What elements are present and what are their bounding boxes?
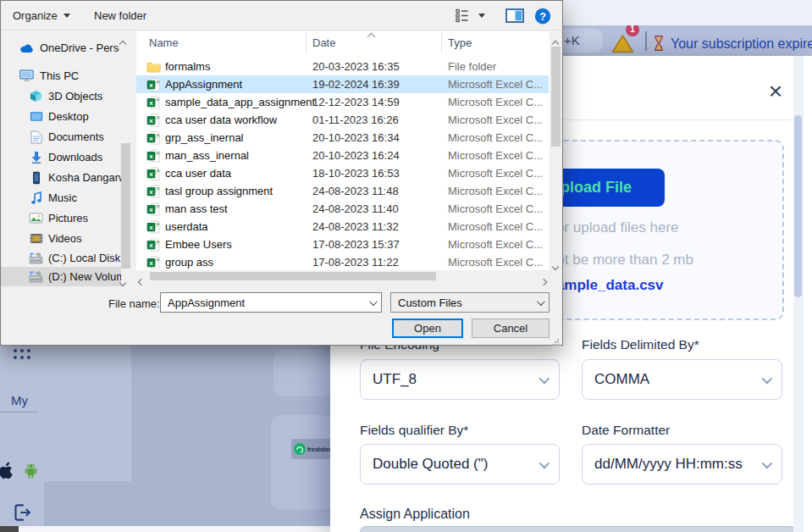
header-divider [645,31,647,51]
column-type[interactable]: Type [448,36,472,49]
file-row[interactable]: ax cca user data workflow 01-11-2023 16:… [136,111,549,129]
nav-item[interactable]: (D:) New Volume [1,267,121,286]
excel-icon: ax [146,219,161,234]
column-separator [306,31,307,53]
nav-item[interactable]: Documents [1,127,121,147]
svg-text:x: x [149,135,153,142]
android-icon[interactable] [22,462,40,485]
apple-icon[interactable] [0,462,14,483]
file-row[interactable]: ax group ass 17-08-2023 11:22 Microsoft … [136,253,549,271]
file-row[interactable]: ax sample_data_app_assignment 12-12-2023… [136,93,549,111]
cancel-button[interactable]: Cancel [472,319,550,338]
file-type-dropdown[interactable] [530,293,549,312]
excel-icon: ax [146,237,161,252]
pictures-icon [29,211,43,225]
file-name-value: AppAssignment [161,296,362,309]
column-name[interactable]: Name [149,36,179,49]
nav-item[interactable]: Videos [1,229,121,248]
dialog-nav-pane: OneDrive - Personal This PC 3D Objects D… [1,31,136,288]
delimiter-select[interactable]: COMMA [582,359,782,400]
organize-button[interactable]: Organize [13,9,70,22]
rail-divider [0,412,37,413]
scroll-left-icon[interactable] [139,273,144,288]
file-row[interactable]: ax cca user data 18-10-2023 16:53 Micros… [136,164,549,182]
nav-scrollbar-thumb[interactable] [121,143,130,269]
new-folder-button[interactable]: New folder [94,9,146,22]
subscription-notice[interactable]: Your subscription expires [671,36,812,52]
view-mode-dropdown-icon[interactable] [478,14,485,18]
help-icon[interactable]: ? [534,8,551,28]
file-row[interactable]: ax userdata 24-08-2023 11:32 Microsoft E… [136,218,549,236]
nav-item[interactable]: OneDrive - Personal [1,38,121,58]
warning-triangle-icon[interactable] [611,34,634,57]
close-icon[interactable]: × [765,81,787,103]
resize-grip[interactable] [551,335,560,350]
scroll-right-icon[interactable] [541,273,546,288]
file-row[interactable]: ax tasl group assignment 24-08-2023 11:4… [136,182,549,200]
file-name-dropdown[interactable] [362,293,381,312]
modal-scrollbar-thumb[interactable] [794,115,802,297]
preview-pane-icon[interactable] [505,8,524,26]
qualifier-label: Fields qualifier By* [360,423,468,438]
folder-icon [146,59,161,74]
view-mode-icon[interactable] [456,8,473,26]
download-icon [29,150,43,164]
nav-item[interactable]: Downloads [1,147,121,167]
assign-application-select[interactable] [360,526,797,532]
file-row[interactable]: formalms 20-03-2023 16:35 File folder [136,58,549,75]
encoding-select[interactable]: UTF_8 [360,359,560,400]
dateformat-value: dd/MM/yyyy HH:mm:ss [594,456,743,473]
nav-scroll-down-icon[interactable] [120,274,125,289]
nav-item[interactable]: Desktop [1,107,121,126]
dateformat-select[interactable]: dd/MM/yyyy HH:mm:ss [582,444,782,485]
disk-icon [29,251,43,265]
excel-icon: ax [146,113,161,127]
nav-item[interactable]: Kosha Dangarwa [1,168,121,187]
rail-my-label[interactable]: My [11,393,28,407]
freshdesk-icon [294,443,306,455]
delimiter-value: COMMA [594,371,649,388]
nav-item[interactable]: 3D Objects [1,86,121,106]
nav-scroll-up-icon[interactable] [120,35,125,50]
file-open-dialog: Organize New folder ? OneDrive - Persona… [0,0,563,346]
file-row[interactable]: ax man ass test 24-08-2023 11:40 Microso… [136,200,549,218]
svg-text:x: x [149,81,153,89]
chevron-down-icon [539,373,550,384]
file-list-header: Name Date Type [136,31,550,53]
excel-icon: ax [146,255,161,269]
svg-text:x: x [149,206,153,213]
logout-icon[interactable] [10,502,32,527]
file-row[interactable]: ax AppAssignment 19-02-2024 16:39 Micros… [136,75,549,93]
file-row[interactable]: ax man_ass_inernal 20-10-2023 16:24 Micr… [136,147,549,164]
qualifier-value: Double Quoted (") [373,456,488,473]
column-separator [441,31,442,53]
apps-grid-icon[interactable] [12,347,32,365]
file-name-input[interactable]: AppAssignment [160,292,382,313]
file-type-select[interactable]: Custom Files [390,292,550,313]
organize-label: Organize [13,9,58,22]
svg-text:x: x [149,99,153,107]
dropdown-arrow-icon [64,14,70,18]
svg-text:x: x [149,117,153,125]
delimiter-label: Fields Delimited By* [582,337,699,352]
qualifier-select[interactable]: Double Quoted (") [360,444,560,485]
nav-item[interactable]: Pictures [1,208,121,228]
open-button[interactable]: Open [392,319,463,338]
file-row[interactable]: ax Embee Users 17-08-2023 15:37 Microsof… [136,236,549,253]
column-date[interactable]: Date [312,36,335,49]
assign-application-label: Assign Application [360,507,470,522]
excel-icon: ax [146,202,161,216]
encoding-value: UTF_8 [373,371,417,388]
nav-item[interactable]: (C:) Local Disk [1,248,121,268]
chevron-down-icon [762,373,773,384]
hscrollbar-thumb[interactable] [150,272,436,280]
videos-icon [29,231,43,246]
background-card [273,349,333,396]
nav-item[interactable]: Music [1,188,121,208]
scroll-down-icon[interactable] [553,258,558,273]
nav-item[interactable]: This PC [1,66,121,86]
vscrollbar-thumb[interactable] [551,47,561,147]
file-row[interactable]: ax grp_ass_inernal 20-10-2023 16:34 Micr… [136,129,549,147]
background-card [271,415,333,510]
svg-text:x: x [149,259,153,267]
